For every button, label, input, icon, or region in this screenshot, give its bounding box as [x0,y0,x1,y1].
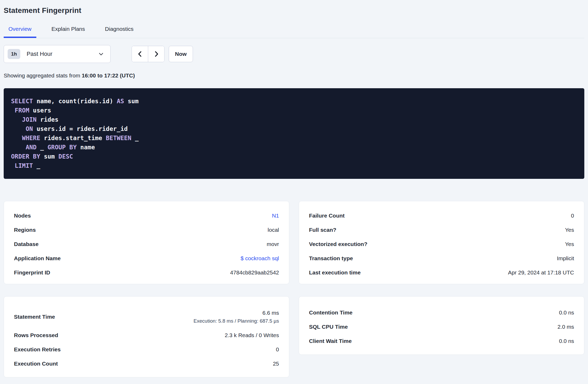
tab-diagnostics[interactable]: Diagnostics [100,26,138,38]
info-row-value-group: N1 [272,213,279,219]
info-row-subvalue: Execution: 5.8 ms / Planning: 687.5 µs [193,318,279,324]
info-row-label: Nodes [14,213,31,219]
now-button[interactable]: Now [169,46,193,62]
info-row-value-group: 0.0 ns [559,338,574,344]
info-row-value: Apr 29, 2024 at 17:18 UTC [508,269,574,276]
info-row-value-group: Implicit [557,255,574,262]
page-title: Statement Fingerprint [4,6,584,15]
info-row-value: local [268,227,279,233]
sql-identifier-token: rides [37,116,58,123]
sql-line: AND _ GROUP BY name [11,143,577,152]
sql-line: ORDER BY sum DESC [11,152,577,161]
info-row-value-group: Apr 29, 2024 at 17:18 UTC [508,269,574,276]
info-row-execution-retries: Execution Retries0 [14,342,279,357]
info-row-execution-count: Execution Count25 [14,357,279,371]
sql-identifier-token: _ [131,135,139,141]
sql-identifier-token [11,144,26,151]
tab-overview[interactable]: Overview [4,26,36,38]
info-row-value-group: Yes [565,227,574,233]
sql-identifier-token [11,162,15,169]
sql-identifier-token: _ [37,144,48,151]
info-row-label: Full scan? [309,227,336,233]
info-row-label: Vectorized execution? [309,241,367,247]
sql-line: LIMIT _ [11,161,577,170]
time-range-dropdown[interactable]: 1h Past Hour [4,45,111,63]
sql-identifier-token [11,107,15,114]
info-row-contention-time: Contention Time0.0 ns [309,306,574,320]
info-row-value: 6.6 ms [262,310,279,316]
info-row-value: 2.3 k Reads / 0 Writes [225,332,279,338]
info-row-label: SQL CPU Time [309,324,348,330]
sql-keyword-token: FROM [15,107,29,114]
info-row-value: 25 [273,361,279,367]
time-controls: 1h Past Hour Now [4,45,584,63]
info-row-label: Application Name [14,255,61,262]
info-row-value-group: 0.0 ns [559,309,574,316]
info-row-transaction-type: Transaction typeImplicit [309,251,574,265]
next-time-button[interactable] [148,46,164,62]
sql-keyword-token: WHERE [22,135,40,141]
sql-keyword-token: GROUP BY [47,144,77,151]
sql-keyword-token: ORDER BY [11,153,40,160]
info-row-value-group: 0 [276,346,279,353]
sql-statement-box: SELECT name, count(rides.id) AS sum FROM… [4,88,584,179]
sql-identifier-token [11,116,22,123]
tab-explain-plans[interactable]: Explain Plans [47,26,90,38]
info-row-regions: Regionslocal [14,223,279,237]
chevron-left-icon [137,51,143,57]
info-row-value-group: 25 [273,361,279,367]
time-range-badge: 1h [8,49,20,59]
info-row-value: 0.0 ns [559,309,574,316]
sql-keyword-token: SELECT [11,98,33,105]
info-row-sql-cpu-time: SQL CPU Time2.0 ms [309,320,574,334]
sql-identifier-token: name [77,144,95,151]
info-row-label: Fingerprint ID [14,269,50,276]
info-row-label: Failure Count [309,213,345,219]
sql-line: FROM users [11,106,577,115]
prev-time-button[interactable] [132,46,148,62]
info-row-label: Database [14,241,38,247]
info-row-value: Yes [565,241,574,247]
info-row-value: 0 [276,346,279,353]
info-row-value-group: 2.0 ms [557,324,574,330]
sql-keyword-token: JOIN [22,116,37,123]
sql-identifier-token: rides.start_time [40,135,106,141]
info-row-label: Last execution time [309,269,361,276]
card-execution-stats: Statement Time6.6 msExecution: 5.8 ms / … [4,296,289,377]
sql-keyword-token: AND [26,144,37,151]
sql-keyword-token: LIMIT [15,162,33,169]
sql-keyword-token: BETWEEN [106,135,131,141]
info-row-label: Statement Time [14,314,55,320]
chevron-right-icon [153,51,160,57]
summary-cards-grid: NodesN1RegionslocalDatabasemovrApplicati… [4,201,584,377]
info-row-client-wait-time: Client Wait Time0.0 ns [309,334,574,348]
info-row-database: Databasemovr [14,237,279,251]
info-row-value-group: 4784cb829aab2542 [230,269,279,276]
info-row-label: Execution Retries [14,346,61,353]
info-row-value-group: local [268,227,279,233]
sql-keyword-token: AS [117,98,124,105]
card-time-breakdown: Contention Time0.0 nsSQL CPU Time2.0 msC… [299,296,584,355]
info-row-statement-time: Statement Time6.6 msExecution: 5.8 ms / … [14,306,279,328]
sql-line: ON users.id = rides.rider_id [11,124,577,134]
info-row-value-link[interactable]: $ cockroach sql [241,255,279,262]
info-row-nodes: NodesN1 [14,209,279,223]
info-row-value: 0 [571,213,574,219]
info-row-value-link[interactable]: N1 [272,213,279,219]
sql-line: SELECT name, count(rides.id) AS sum [11,97,577,106]
sql-keyword-token: DESC [58,153,73,160]
info-row-value: 0.0 ns [559,338,574,344]
info-row-value-group: Yes [565,241,574,247]
info-row-value: Yes [565,227,574,233]
info-row-value-group: 2.3 k Reads / 0 Writes [225,332,279,338]
sql-line: JOIN rides [11,115,577,124]
info-row-last-execution-time: Last execution timeApr 29, 2024 at 17:18… [309,265,574,280]
sql-identifier-token: sum [124,98,138,105]
info-row-value-group: $ cockroach sql [241,255,279,262]
time-nav-arrows [132,46,165,62]
statement-fingerprint-page: Statement Fingerprint OverviewExplain Pl… [0,0,588,377]
tab-bar: OverviewExplain PlansDiagnostics [4,26,584,38]
aggregation-range-prefix: Showing aggregated stats from [4,72,82,78]
info-row-fingerprint-id: Fingerprint ID4784cb829aab2542 [14,265,279,280]
sql-identifier-token: name, count(rides.id) [33,98,117,105]
